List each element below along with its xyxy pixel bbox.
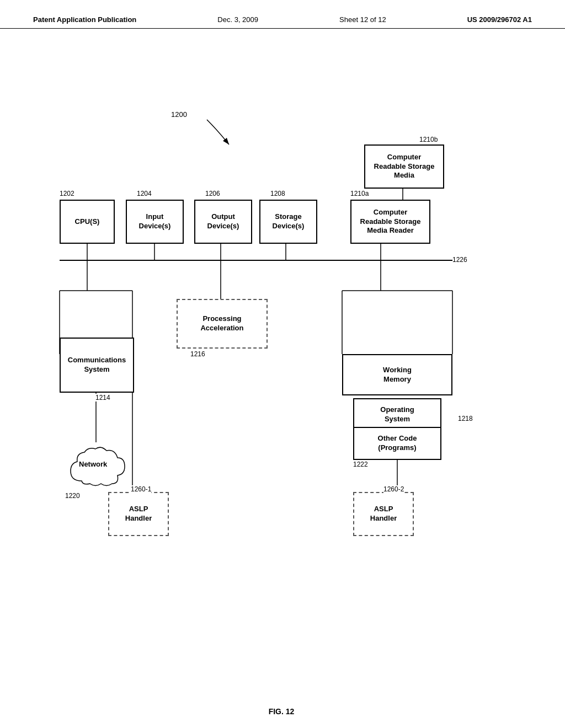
patent-page: Patent Application Publication Dec. 3, 2… (0, 0, 565, 728)
label-network-text: Network (79, 460, 107, 468)
diagram-area: 1200 CPU(S) 1202 Input Device(s) 1204 Ou… (0, 29, 565, 679)
label-1260-2: 1260-2 (383, 485, 404, 493)
box-cpu: CPU(S) (60, 200, 115, 244)
box-other-code-label: Other Code (Programs) (378, 434, 417, 453)
box-input-label: Input Device(s) (139, 212, 171, 231)
box-storage-label: Storage Device(s) (273, 212, 305, 231)
label-1222: 1222 (353, 461, 368, 468)
page-header: Patent Application Publication Dec. 3, 2… (0, 0, 565, 29)
fig-label: FIG. 12 (243, 707, 320, 716)
label-1210a: 1210a (350, 190, 369, 197)
box-op-sys: Operating System (353, 398, 441, 431)
label-1204: 1204 (137, 190, 152, 197)
label-1202: 1202 (60, 190, 74, 197)
box-aslp2-label: ASLP Handler (370, 505, 397, 523)
box-aslp1-label: ASLP Handler (125, 505, 152, 523)
box-crsm: Computer Readable Storage Media (364, 144, 444, 189)
label-1214: 1214 (95, 394, 110, 402)
label-1218: 1218 (458, 415, 473, 422)
label-1260-1: 1260-1 (131, 485, 151, 493)
box-cpu-label: CPU(S) (75, 217, 100, 227)
label-1216: 1216 (190, 350, 205, 358)
box-output: Output Device(s) (194, 200, 252, 244)
label-1220: 1220 (65, 492, 80, 500)
box-aslp1: ASLP Handler (108, 492, 169, 536)
box-crsm-reader: Computer Readable Storage Media Reader (350, 200, 430, 244)
box-working-mem-label: Working Memory (383, 366, 412, 384)
box-input: Input Device(s) (126, 200, 184, 244)
header-patent-number: US 2009/296702 A1 (467, 15, 532, 24)
box-proc-accel-label: Processing Acceleration (200, 314, 243, 333)
box-proc-accel: Processing Acceleration (177, 299, 268, 349)
header-date: Dec. 3, 2009 (217, 15, 258, 24)
box-aslp2: ASLP Handler (353, 492, 414, 536)
box-comm-label: Communications System (68, 356, 126, 374)
label-bus: 1226 (452, 256, 467, 264)
box-working-mem: Working Memory (342, 354, 452, 395)
header-sheet: Sheet 12 of 12 (339, 15, 386, 24)
label-1206: 1206 (205, 190, 220, 197)
network-cloud (65, 442, 131, 494)
box-storage: Storage Device(s) (259, 200, 317, 244)
label-1208: 1208 (270, 190, 285, 197)
box-output-label: Output Device(s) (207, 212, 239, 231)
box-other-code: Other Code (Programs) (353, 427, 441, 460)
box-crsm-reader-label: Computer Readable Storage Media Reader (360, 208, 421, 236)
header-publication: Patent Application Publication (33, 15, 136, 24)
label-1200: 1200 (171, 110, 187, 119)
box-op-sys-label: Operating System (380, 405, 414, 424)
box-crsm-label: Computer Readable Storage Media (374, 153, 435, 181)
box-comm: Communications System (60, 338, 134, 393)
label-1210b: 1210b (419, 136, 438, 143)
